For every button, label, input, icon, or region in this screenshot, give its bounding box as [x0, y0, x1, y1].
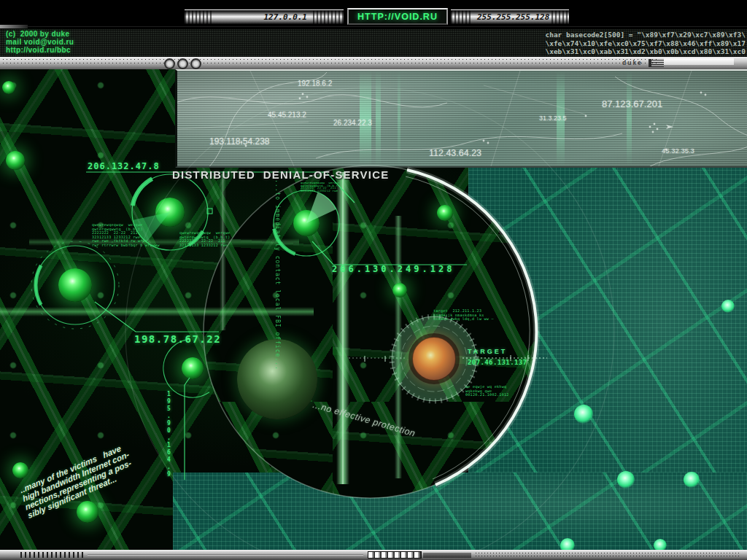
copyright-text: (c) 2000 by duke	[6, 30, 69, 38]
top-address-bar: 127.0.0.1 HTTP://VOID.RU 255.255.255.128	[0, 0, 747, 29]
netmask-segment: 255.255.255.128	[451, 9, 569, 24]
tick-dots	[476, 556, 741, 556]
node-ip-label: 206.132.47.8	[88, 161, 160, 171]
local-ip-text: 127.0.0.1	[263, 12, 307, 22]
binder-rings-icon	[164, 58, 201, 69]
dark-inset	[423, 553, 471, 558]
grid-icon	[649, 59, 664, 67]
node-ip-label: 206.130.249.128	[332, 264, 454, 274]
target-ip-label: 207.46.131.137	[468, 359, 527, 366]
author-tag: duke	[622, 59, 643, 66]
ruler-ticks	[20, 552, 83, 558]
metal-nub	[0, 25, 28, 28]
target-label: TARGET	[468, 348, 507, 355]
annotation-block: qwewrewqeqwqw werqwe qwterqwqwwtq (b.b.t…	[179, 231, 231, 247]
mail-text: mail void@void.ru	[6, 38, 74, 46]
tick-dots	[476, 553, 741, 553]
shellcode-text: char basecode2[500] = "\x89\xf7\x29\xc7\…	[545, 31, 746, 56]
metal-highlight	[664, 58, 734, 65]
groove-line	[88, 554, 363, 556]
fbi-notice-vertical: ...to immediately contact local FBI offi…	[274, 179, 281, 464]
segment-slider	[368, 551, 422, 559]
netmask-text: 255.255.255.128	[477, 12, 549, 22]
target-info-text: target 212.211.1.23 knadasjk nmaskdmsa k…	[433, 309, 494, 322]
url-box: HTTP://VOID.RU	[347, 8, 448, 25]
annotation-block: qwewrewqeqwqw werqwe qwterqwqwwtq (b.b.t…	[301, 182, 340, 192]
header-noise-strip: (c) 2000 by duke mail void@void.ru http:…	[0, 29, 747, 57]
local-ip-segment: 127.0.0.1	[185, 9, 344, 24]
url-text: HTTP://VOID.RU	[357, 12, 438, 22]
ddos-wallpaper: 192.18.6.2 45.45.213.2 26.234.22.3 193.1…	[0, 0, 747, 560]
site-url-text: http://void.ru/bbc	[6, 46, 71, 54]
annotation-block: qwewrewqeqwqw werqwe qwterqwqwwtq (b.b.t…	[92, 223, 160, 248]
target-sub-text: we eqwje wq ekhwq wqkekwq qwe 00120.21.1…	[465, 385, 509, 397]
divider-line	[0, 26, 747, 27]
node-ip-label-vertical: 195.90.164.9	[166, 391, 172, 486]
node-ip-label: 198.78.67.22	[134, 333, 221, 345]
